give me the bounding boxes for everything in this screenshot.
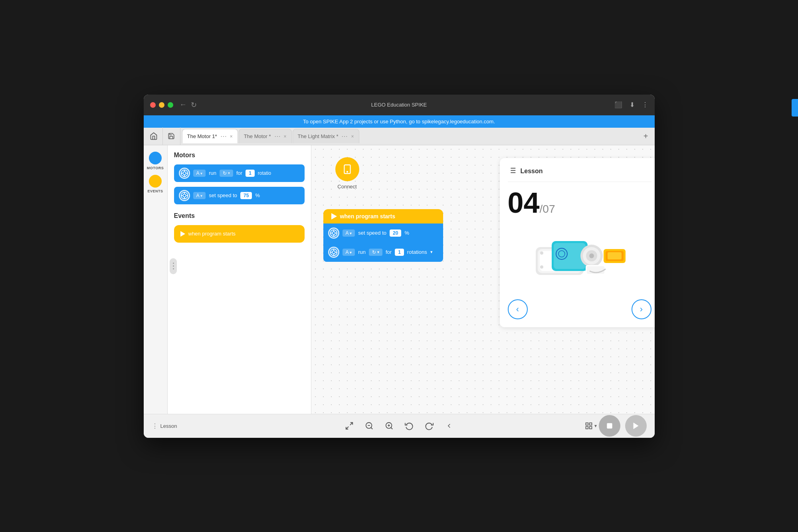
grid-button[interactable]: ▾ [585,422,597,430]
motor-icon-2 [179,190,190,201]
svg-rect-61 [589,423,592,425]
download-icon[interactable]: ⬇ [630,101,635,109]
lesson-prev-button[interactable]: ‹ [508,299,528,319]
info-banner: To open SPIKE App 2 projects or use Pyth… [144,115,655,128]
lesson-next-button[interactable]: › [632,299,651,319]
tab-motor1[interactable]: The Motor 1* ⋯ × [182,129,238,143]
div-dot-2 [173,265,174,267]
tab-motor[interactable]: The Motor * ⋯ × [239,129,292,143]
tab-lightmatrix-close[interactable]: × [351,134,354,139]
close-button[interactable] [150,102,156,108]
canvas-area[interactable]: Connect when program starts [311,145,655,414]
bottom-toolbar: ⋮ Lesson [144,414,655,438]
prev-icon: ‹ [516,304,519,314]
lesson-bottom-button[interactable]: ⋮ Lesson [152,422,177,430]
collapse-button[interactable] [442,419,456,433]
events-label: EVENTS [147,189,163,193]
motors-section-title: Motors [174,152,305,159]
canvas-speed-value[interactable]: 20 [390,229,401,237]
zoom-out-button[interactable] [362,419,376,433]
save-button[interactable] [163,127,180,145]
lesson-panel: Lesson 04 /07 [500,158,655,327]
canvas-rotate-chip[interactable]: ↻ ▾ [369,249,382,256]
divider-handle[interactable] [170,258,177,274]
div-dot-3 [173,268,174,269]
grid-dropdown[interactable]: ▾ [594,423,597,429]
divider-dots [173,263,174,269]
play-button[interactable] [625,415,647,437]
tab-motor1-menu[interactable]: ⋯ [220,133,227,140]
events-dot [149,175,162,188]
motor-speed-block-inner[interactable]: A ▾ set speed to 75 % [174,187,305,204]
sidebar: MOTORS EVENTS [144,145,168,414]
when-program-starts-block[interactable]: when program starts [174,225,305,243]
home-button[interactable] [145,127,163,145]
canvas-motor-icon-1 [328,227,339,239]
canvas-play-icon [331,213,337,220]
svg-point-22 [332,251,335,253]
sidebar-item-events[interactable]: EVENTS [147,175,163,193]
lesson-list-icon [508,166,517,177]
play-controls [599,415,647,437]
next-icon: › [640,304,643,314]
stop-button[interactable] [599,415,620,437]
redo-button[interactable] [422,419,436,433]
toolbar-controls [343,419,456,433]
play-triangle-icon [180,231,185,237]
tab-motor-close[interactable]: × [284,134,287,139]
speed-value[interactable]: 75 [240,192,252,199]
canvas-for-value[interactable]: 1 [395,249,404,256]
maximize-button[interactable] [168,102,173,108]
nav-buttons: ← ↻ [180,101,197,109]
back-button[interactable]: ← [180,101,187,109]
rotations-dropdown[interactable]: ▾ [430,249,433,255]
motor-run-block-inner[interactable]: A ▾ run ↻ ▾ for 1 rotatio [174,164,305,182]
canvas-when-starts-label: when program starts [340,213,395,220]
when-starts-label: when program starts [188,231,236,237]
svg-rect-60 [586,423,588,425]
add-tab-button[interactable]: + [640,132,651,141]
connect-button[interactable]: Connect [335,157,359,190]
tab-motor1-label: The Motor 1* [187,133,217,139]
tab-lightmatrix-menu[interactable]: ⋯ [341,133,348,140]
port-chip-1[interactable]: A ▾ [193,170,206,177]
lesson-nav: ‹ › [508,299,651,319]
tab-motor1-close[interactable]: × [230,134,233,139]
rotate-chip[interactable]: ↻ ▾ [220,170,233,177]
zoom-in-button[interactable] [382,419,396,433]
fit-screen-button[interactable] [343,419,356,433]
window-title: LEGO Education SPIKE [371,102,427,108]
set-speed-label: set speed to [209,192,237,198]
percent-label: % [255,192,260,198]
tab-motor-menu[interactable]: ⋯ [274,133,281,140]
motors-label: MOTORS [147,166,164,170]
minimize-button[interactable] [159,102,164,108]
sidebar-item-motors[interactable]: MOTORS [147,152,164,170]
canvas-port-a-2[interactable]: A ▾ [343,249,355,256]
canvas-run-block[interactable]: A ▾ run ↻ ▾ for 1 rotations ▾ [323,243,443,262]
tab-lightmatrix[interactable]: The Light Matrix * ⋯ × [293,129,359,143]
motor-run-block[interactable]: A ▾ run ↻ ▾ for 1 rotatio [174,164,305,182]
reload-button[interactable]: ↻ [191,101,197,109]
undo-button[interactable] [402,419,416,433]
menu-icon[interactable]: ⋮ [642,101,648,109]
svg-marker-65 [633,423,638,429]
motor-icon-1 [179,168,190,179]
tabs-bar: The Motor 1* ⋯ × The Motor * ⋯ × The Lig… [144,128,655,145]
events-section-title: Events [174,212,305,220]
svg-point-49 [540,251,543,255]
svg-point-41 [589,253,594,258]
run-label: run [209,170,216,176]
svg-line-52 [346,427,348,429]
canvas-when-starts[interactable]: when program starts [323,209,443,223]
when-starts-block-inner[interactable]: when program starts [174,225,305,243]
canvas-set-speed-block[interactable]: A ▾ set speed to 20 % [323,223,443,243]
tab-lightmatrix-label: The Light Matrix * [298,133,339,139]
canvas-blocks: when program starts A ▾ [323,209,443,262]
motor-speed-block[interactable]: A ▾ set speed to 75 % [174,187,305,204]
canvas-port-a-1[interactable]: A ▾ [343,229,355,237]
port-chip-2[interactable]: A ▾ [193,192,206,199]
canvas-rotations-label: rotations [407,249,427,255]
extensions-icon[interactable]: ⬛ [614,101,622,109]
rotation-value[interactable]: 1 [246,170,255,177]
